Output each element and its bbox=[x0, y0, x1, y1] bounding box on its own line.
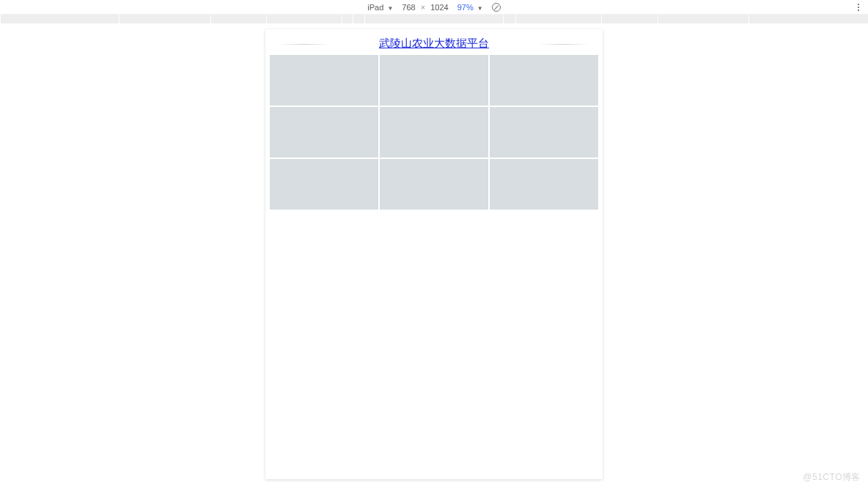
ruler-tick bbox=[364, 15, 365, 23]
ruler bbox=[0, 15, 868, 23]
device-toolbar: iPad ▼ 768 × 1024 97% ▼ bbox=[0, 0, 868, 15]
ruler-tick bbox=[353, 15, 353, 23]
ruler-tick bbox=[515, 15, 516, 23]
dimensions: 768 × 1024 bbox=[402, 3, 448, 12]
grid bbox=[270, 55, 598, 210]
grid-cell bbox=[490, 55, 598, 106]
device-frame: 武陵山农业大数据平台 bbox=[265, 29, 603, 479]
ruler-tick bbox=[342, 15, 342, 23]
ruler-tick bbox=[0, 15, 1, 23]
caret-down-icon: ▼ bbox=[387, 5, 393, 12]
page-title-link[interactable]: 武陵山农业大数据平台 bbox=[379, 37, 489, 49]
zoom-select[interactable]: 97% ▼ bbox=[457, 3, 483, 12]
zoom-label: 97% bbox=[457, 3, 474, 12]
grid-cell bbox=[490, 107, 598, 158]
ruler-tick bbox=[266, 15, 267, 23]
ruler-tick bbox=[119, 15, 119, 23]
grid-cell bbox=[270, 107, 378, 158]
ruler-tick bbox=[601, 15, 602, 23]
no-throttling-icon[interactable] bbox=[492, 3, 501, 12]
device-select[interactable]: iPad ▼ bbox=[367, 3, 393, 12]
grid-cell bbox=[270, 55, 378, 106]
page-title: 武陵山农业大数据平台 bbox=[270, 37, 598, 51]
caret-down-icon: ▼ bbox=[477, 5, 483, 12]
grid-cell bbox=[490, 159, 598, 210]
grid-cell bbox=[380, 107, 488, 158]
ruler-tick bbox=[210, 15, 211, 23]
ruler-tick bbox=[503, 15, 504, 23]
grid-cell bbox=[380, 55, 488, 106]
grid-cell bbox=[270, 159, 378, 210]
ruler-tick bbox=[749, 15, 749, 23]
ruler-tick bbox=[658, 15, 658, 23]
width-input[interactable]: 768 bbox=[402, 3, 415, 12]
workspace: 武陵山农业大数据平台 bbox=[0, 23, 868, 488]
grid-cell bbox=[380, 159, 488, 210]
kebab-menu-icon[interactable] bbox=[855, 2, 862, 12]
height-input[interactable]: 1024 bbox=[430, 3, 448, 12]
device-label: iPad bbox=[367, 3, 383, 12]
times-icon: × bbox=[421, 3, 425, 12]
